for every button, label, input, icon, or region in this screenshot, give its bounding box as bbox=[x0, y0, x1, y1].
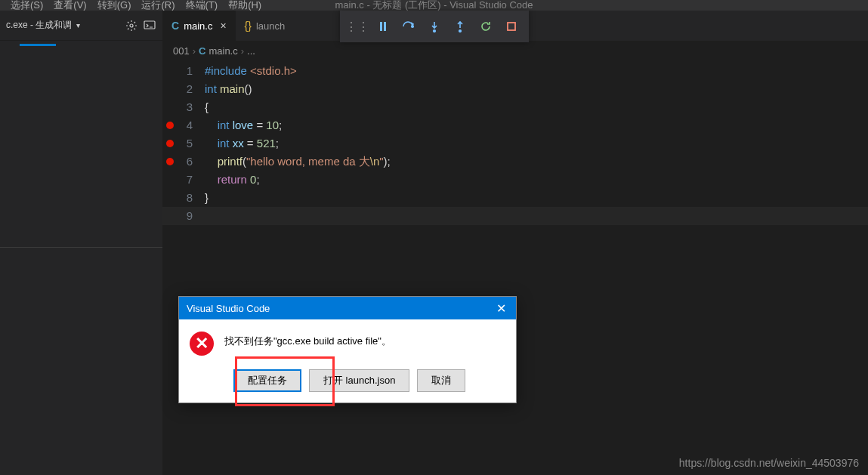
step-into-button[interactable] bbox=[423, 15, 446, 38]
line-number: 3 bbox=[178, 98, 205, 116]
line-number: 9 bbox=[178, 207, 205, 225]
stop-button[interactable] bbox=[500, 15, 523, 38]
breakpoint-gutter[interactable] bbox=[162, 158, 178, 165]
dialog-titlebar: Visual Studio Code ✕ bbox=[179, 297, 516, 319]
configure-task-button[interactable]: 配置任务 bbox=[233, 369, 301, 392]
watermark: https://blog.csdn.net/weixin_44503976 bbox=[679, 457, 859, 469]
line-number: 8 bbox=[178, 189, 205, 207]
code-editor[interactable]: 1#include <stdio.h>2int main()3{4 int lo… bbox=[162, 60, 868, 225]
line-number: 4 bbox=[178, 116, 205, 134]
breakpoint-icon bbox=[166, 122, 174, 129]
code-content[interactable]: int love = 10; bbox=[205, 116, 282, 134]
dialog-message: 找不到任务"gcc.exe build active file"。 bbox=[224, 335, 505, 348]
restart-button[interactable] bbox=[474, 15, 497, 38]
editor-pane: 001 › C main.c › ... 1#include <stdio.h>… bbox=[162, 41, 868, 475]
code-line[interactable]: 3{ bbox=[162, 98, 868, 116]
gear-icon[interactable] bbox=[125, 19, 138, 32]
menu-select[interactable]: 选择(S) bbox=[6, 0, 48, 12]
line-number: 6 bbox=[178, 153, 205, 171]
debug-console-icon[interactable] bbox=[143, 19, 156, 32]
tab-label: launch bbox=[256, 20, 285, 32]
debug-sidebar bbox=[0, 41, 162, 475]
dialog-title-text: Visual Studio Code bbox=[187, 303, 270, 314]
menu-view[interactable]: 查看(V) bbox=[49, 0, 91, 12]
menu-bar: 选择(S) 查看(V) 转到(G) 运行(R) 终端(T) 帮助(H) main… bbox=[0, 0, 868, 11]
debug-toolbar: ⋮⋮ bbox=[340, 11, 529, 42]
svg-point-0 bbox=[130, 24, 133, 27]
c-file-icon: C bbox=[199, 45, 205, 57]
error-dialog: Visual Studio Code ✕ ✕ 找不到任务"gcc.exe bui… bbox=[178, 296, 517, 403]
chevron-right-icon: › bbox=[193, 45, 196, 57]
code-line[interactable]: 2int main() bbox=[162, 80, 868, 98]
svg-point-5 bbox=[434, 30, 436, 32]
code-content[interactable]: } bbox=[205, 189, 209, 207]
code-content[interactable]: printf("hello word, meme da 大\n"); bbox=[205, 153, 391, 171]
tab-launch-json[interactable]: {} launch bbox=[236, 11, 295, 41]
sidebar-divider bbox=[0, 247, 162, 248]
line-number: 2 bbox=[178, 80, 205, 98]
debug-config-label: c.exe - 生成和调 bbox=[6, 19, 72, 32]
error-icon: ✕ bbox=[190, 332, 214, 356]
breakpoint-icon bbox=[166, 140, 174, 147]
step-over-button[interactable] bbox=[397, 15, 420, 38]
line-number: 5 bbox=[178, 134, 205, 153]
breadcrumb[interactable]: 001 › C main.c › ... bbox=[162, 41, 868, 60]
debug-config-selector[interactable]: c.exe - 生成和调 ▾ bbox=[0, 11, 162, 41]
code-content[interactable]: #include <stdio.h> bbox=[205, 62, 297, 80]
breadcrumb-folder[interactable]: 001 bbox=[173, 45, 190, 57]
code-content[interactable]: int main() bbox=[205, 80, 252, 98]
tab-main-c[interactable]: C main.c × bbox=[162, 11, 236, 41]
breakpoint-gutter[interactable] bbox=[162, 140, 178, 147]
breadcrumb-symbol[interactable]: ... bbox=[247, 45, 255, 57]
code-line[interactable]: 7 return 0; bbox=[162, 171, 868, 189]
code-line[interactable]: 8} bbox=[162, 189, 868, 207]
cancel-button[interactable]: 取消 bbox=[417, 369, 465, 392]
dialog-close-button[interactable]: ✕ bbox=[486, 297, 516, 319]
active-indicator bbox=[20, 44, 56, 46]
breakpoint-gutter[interactable] bbox=[162, 122, 178, 129]
svg-rect-7 bbox=[508, 23, 515, 30]
chevron-down-icon: ▾ bbox=[76, 21, 80, 29]
svg-rect-3 bbox=[384, 22, 386, 31]
code-line[interactable]: 5 int xx = 521; bbox=[162, 134, 868, 153]
close-icon[interactable]: × bbox=[220, 20, 226, 32]
svg-rect-2 bbox=[380, 22, 382, 31]
code-line[interactable]: 4 int love = 10; bbox=[162, 116, 868, 134]
json-file-icon: {} bbox=[245, 20, 252, 32]
breadcrumb-file[interactable]: main.c bbox=[209, 45, 237, 57]
line-number: 1 bbox=[178, 62, 205, 80]
code-line[interactable]: 6 printf("hello word, meme da 大\n"); bbox=[162, 153, 868, 171]
tab-label: main.c bbox=[184, 20, 212, 32]
code-line[interactable]: 9 bbox=[162, 207, 868, 225]
breakpoint-icon bbox=[166, 158, 174, 165]
code-line[interactable]: 1#include <stdio.h> bbox=[162, 62, 868, 80]
code-content[interactable]: return 0; bbox=[205, 171, 260, 189]
c-file-icon: C bbox=[171, 20, 179, 32]
step-out-button[interactable] bbox=[449, 15, 471, 38]
drag-handle-icon[interactable]: ⋮⋮ bbox=[346, 15, 369, 38]
svg-point-6 bbox=[459, 30, 462, 32]
chevron-right-icon: › bbox=[241, 45, 244, 57]
open-launch-json-button[interactable]: 打开 launch.json bbox=[309, 369, 409, 392]
code-content[interactable]: { bbox=[205, 98, 209, 116]
code-content[interactable]: int xx = 521; bbox=[205, 134, 279, 153]
line-number: 7 bbox=[178, 171, 205, 189]
pause-button[interactable] bbox=[372, 15, 394, 38]
menu-go[interactable]: 转到(G) bbox=[93, 0, 136, 12]
